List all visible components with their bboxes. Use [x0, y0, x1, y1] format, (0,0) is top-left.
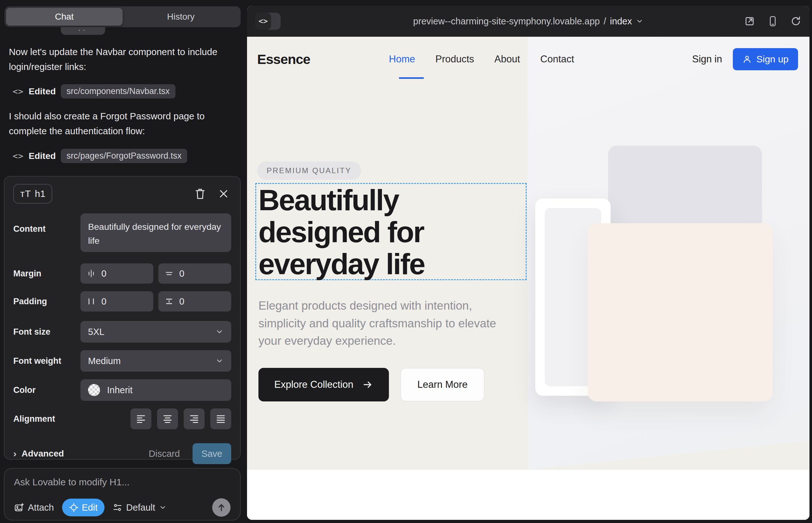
site-nav-links: Home Products About Contact [389, 37, 574, 82]
align-right-button[interactable] [184, 409, 205, 429]
edited-file-row: <> Edited src/components/Navbar.tsx [13, 84, 175, 98]
edited-file-row: <> Edited src/pages/ForgotPassword.tsx [13, 149, 187, 163]
align-left-icon [136, 413, 146, 424]
sign-in-link[interactable]: Sign in [692, 54, 722, 65]
margin-label: Margin [13, 269, 81, 278]
explore-collection-label: Explore Collection [274, 379, 353, 390]
arrow-right-icon [362, 379, 373, 390]
assistant-message: Now let's update the Navbar component to… [9, 44, 236, 74]
align-center-button[interactable] [157, 409, 178, 429]
nav-link-about[interactable]: About [494, 54, 520, 65]
tab-chat[interactable]: Chat [6, 8, 123, 26]
chevron-down-icon [215, 328, 224, 336]
chat-input-box[interactable]: Ask Lovable to modify H1... Attach [4, 468, 241, 521]
preview-path: index [610, 16, 632, 26]
edited-label: Edited [29, 86, 56, 96]
selected-element-pill[interactable]: тT h1 [13, 184, 52, 203]
site-logo[interactable]: Essence [257, 52, 310, 67]
font-size-value: 5XL [88, 327, 215, 337]
hero-description: Elegant products designed with intention… [259, 297, 515, 350]
edited-file-badge[interactable]: src/pages/ForgotPassword.tsx [61, 149, 187, 163]
align-center-icon [162, 413, 173, 424]
scrolled-message-remnant: ·· [61, 27, 105, 35]
refresh-icon [791, 16, 801, 26]
edit-mode-button[interactable]: Edit [62, 499, 105, 516]
close-panel-button[interactable] [216, 186, 231, 201]
alignment-label: Alignment [13, 414, 81, 424]
align-justify-button[interactable] [210, 409, 231, 429]
margin-x-input[interactable]: 0 [81, 264, 153, 284]
discard-button[interactable]: Discard [149, 449, 180, 459]
align-left-button[interactable] [130, 409, 152, 429]
open-external-button[interactable] [744, 16, 755, 26]
padding-x-value: 0 [101, 296, 106, 307]
hero-cta-row: Explore Collection Learn More [259, 368, 484, 401]
url-separator: / [604, 16, 606, 26]
color-value: Inherit [107, 385, 224, 395]
margin-y-value: 0 [179, 269, 184, 279]
padding-x-icon [87, 297, 96, 306]
margin-x-value: 0 [101, 269, 106, 279]
content-textarea[interactable]: Beautifully designed for everyday life [81, 213, 231, 252]
align-justify-icon [215, 413, 226, 424]
edited-file-badge[interactable]: src/components/Navbar.tsx [61, 84, 175, 98]
chat-input-placeholder: Ask Lovable to modify H1... [14, 477, 231, 488]
margin-y-input[interactable]: 0 [158, 264, 231, 284]
color-select[interactable]: Inherit [81, 379, 231, 401]
site-canvas: Essence Home Products About Contact Sign… [247, 37, 810, 520]
nav-link-contact[interactable]: Contact [540, 54, 574, 65]
align-right-icon [189, 413, 199, 424]
learn-more-button[interactable]: Learn More [400, 368, 485, 401]
advanced-toggle[interactable]: › Advanced [13, 448, 64, 459]
preview-url-bar[interactable]: preview--charming-site-symphony.lovable.… [413, 16, 643, 26]
sign-up-button[interactable]: Sign up [733, 48, 798, 70]
advanced-label: Advanced [21, 449, 64, 459]
close-icon [219, 189, 228, 198]
font-weight-label: Font weight [13, 356, 81, 366]
font-weight-select[interactable]: Medium [81, 350, 231, 372]
user-icon [742, 54, 752, 64]
content-label: Content [13, 213, 81, 234]
preview-window: <> preview--charming-site-symphony.lovab… [247, 6, 810, 520]
active-nav-underline [399, 77, 424, 79]
code-icon: <> [13, 86, 24, 96]
padding-x-input[interactable]: 0 [81, 291, 153, 311]
sign-up-label: Sign up [756, 54, 789, 65]
hero-heading[interactable]: Beautifully designed for everyday life [259, 184, 525, 280]
attach-image-icon [14, 502, 24, 512]
attach-button[interactable]: Attach [14, 502, 54, 513]
color-swatch [88, 384, 100, 396]
hero-heading-text: Beautifully designed for everyday life [259, 184, 464, 280]
padding-label: Padding [13, 296, 81, 306]
premium-quality-badge: PREMIUM QUALITY [257, 161, 361, 180]
model-default-selector[interactable]: Default [113, 502, 166, 513]
mobile-view-button[interactable] [768, 16, 778, 26]
chevron-down-icon [215, 357, 224, 365]
refresh-button[interactable] [791, 16, 801, 26]
font-size-select[interactable]: 5XL [81, 321, 231, 343]
arrow-up-icon [217, 503, 226, 512]
chevron-down-icon [159, 504, 166, 511]
tab-history[interactable]: History [123, 8, 239, 26]
nav-link-products[interactable]: Products [436, 54, 474, 65]
explore-collection-button[interactable]: Explore Collection [259, 368, 389, 401]
delete-element-button[interactable] [193, 186, 208, 201]
next-section-background [247, 470, 810, 520]
code-preview-toggle[interactable]: <> [255, 13, 281, 30]
default-label: Default [126, 502, 155, 513]
padding-y-input[interactable]: 0 [158, 291, 231, 311]
sliders-icon [113, 503, 122, 512]
nav-link-home[interactable]: Home [389, 54, 415, 65]
element-tag: h1 [35, 188, 45, 199]
preview-url: preview--charming-site-symphony.lovable.… [413, 16, 600, 26]
mobile-icon [768, 16, 778, 26]
assistant-message: I should also create a Forgot Password p… [9, 109, 236, 138]
color-label: Color [13, 385, 81, 395]
decorative-card-beige [588, 223, 773, 401]
font-weight-value: Medium [88, 356, 215, 366]
save-button[interactable]: Save [193, 443, 231, 464]
chat-sidebar: Chat History ·· Now let's update the Nav… [0, 0, 247, 523]
code-icon: <> [259, 17, 268, 26]
padding-y-icon [165, 297, 174, 306]
send-button[interactable] [212, 498, 231, 517]
